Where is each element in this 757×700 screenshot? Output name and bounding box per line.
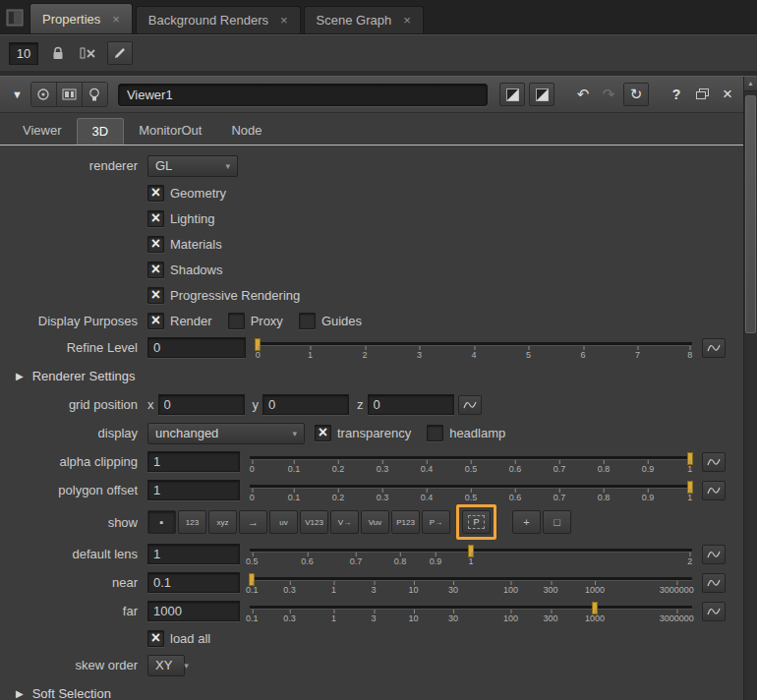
show-point-normals-button[interactable]: P→ xyxy=(422,510,450,534)
row-lighting: Lighting xyxy=(0,205,726,231)
animation-curve-button[interactable] xyxy=(702,481,726,500)
show-point-values-button[interactable]: P123 xyxy=(391,510,420,534)
grid-x-input[interactable] xyxy=(158,394,245,415)
polygon-offset-slider[interactable]: 00.10.20.30.40.50.60.70.80.91 xyxy=(250,479,692,502)
redo-button[interactable]: ↷ xyxy=(598,86,619,103)
far-input[interactable] xyxy=(147,601,240,621)
revert-icon: ↻ xyxy=(630,86,643,103)
transparency-checkbox[interactable] xyxy=(315,425,331,441)
slider-ticks: 0.50.60.70.80.912 xyxy=(250,553,692,566)
center-node-button[interactable] xyxy=(31,83,57,106)
render-checkbox[interactable] xyxy=(147,313,164,329)
renderer-settings-group[interactable]: ▶ Renderer Settings xyxy=(0,362,726,390)
load-all-checkbox[interactable] xyxy=(147,630,164,647)
progressive-rendering-checkbox[interactable] xyxy=(147,287,164,304)
show-transform-handles-button[interactable]: + xyxy=(512,510,541,534)
pane-layout-icon[interactable] xyxy=(3,6,27,29)
show-point-info-button[interactable]: P xyxy=(462,510,491,534)
animation-curve-button[interactable] xyxy=(702,602,726,621)
lightbulb-button[interactable] xyxy=(83,83,107,106)
show-uv-button[interactable]: uv xyxy=(269,510,298,534)
slider-tick: 1 xyxy=(331,585,336,595)
polygon-offset-input[interactable] xyxy=(147,480,240,500)
row-refine-level: Refine Level 012345678 xyxy=(0,333,726,362)
expand-arrow-icon[interactable]: ▶ xyxy=(16,371,24,381)
edit-pencil-button[interactable] xyxy=(107,41,133,65)
animation-curve-button[interactable] xyxy=(702,452,726,472)
refine-level-input[interactable] xyxy=(147,337,246,358)
geometry-checkbox[interactable] xyxy=(147,185,164,202)
skew-order-dropdown[interactable]: XY ▾ xyxy=(147,655,185,676)
show-vertex-uv-button[interactable]: Vuv xyxy=(361,510,389,534)
undo-button[interactable]: ↶ xyxy=(572,86,594,103)
refine-level-slider[interactable]: 012345678 xyxy=(256,336,692,360)
slider-tick: 3000000 xyxy=(660,613,694,623)
default-lens-input[interactable] xyxy=(147,544,240,564)
tab-3d[interactable]: 3D xyxy=(77,118,125,145)
guides-checkbox[interactable] xyxy=(299,313,316,329)
show-bbox-button[interactable]: □ xyxy=(543,510,571,534)
revert-button[interactable]: ↻ xyxy=(623,83,649,106)
expand-arrow-icon[interactable]: ▶ xyxy=(16,688,24,699)
show-vertices-button[interactable]: ▪ xyxy=(147,510,176,534)
grid-y-input[interactable] xyxy=(262,394,349,415)
split-toggle-button-1[interactable] xyxy=(499,83,525,106)
close-panel-button[interactable]: × xyxy=(718,85,737,104)
float-panel-button[interactable] xyxy=(690,84,714,105)
bulb-icon xyxy=(88,88,100,102)
alpha-clipping-slider[interactable]: 00.10.20.30.40.50.60.70.80.91 xyxy=(250,450,692,474)
default-lens-slider[interactable]: 0.50.60.70.80.912 xyxy=(250,543,692,566)
near-slider[interactable]: 0.10.313103010030010003000000 xyxy=(250,571,692,595)
animation-curve-button[interactable] xyxy=(702,545,726,564)
close-all-panels-icon[interactable] xyxy=(78,43,97,63)
curve-icon xyxy=(707,550,721,559)
tab-scene-graph[interactable]: Scene Graph × xyxy=(304,6,424,33)
renderer-dropdown[interactable]: GL ▾ xyxy=(147,155,238,177)
close-icon[interactable]: × xyxy=(112,13,120,26)
values-icon: 123 xyxy=(186,518,199,527)
proxy-checkbox[interactable] xyxy=(228,313,245,329)
slider-tick: 0.5 xyxy=(465,493,478,502)
animation-curve-button[interactable] xyxy=(702,338,726,358)
headlamp-checkbox[interactable] xyxy=(427,425,443,441)
slider-tick: 0.2 xyxy=(332,493,345,502)
tab-monitorout[interactable]: MonitorOut xyxy=(124,118,216,145)
node-name-input[interactable] xyxy=(118,84,488,106)
curve-icon xyxy=(463,400,477,410)
max-panels-input[interactable] xyxy=(9,42,38,65)
show-xyz-button[interactable]: xyz xyxy=(208,510,237,534)
split-toggle-button-2[interactable] xyxy=(529,83,554,106)
film-button[interactable] xyxy=(57,83,83,106)
soft-selection-group[interactable]: ▶ Soft Selection xyxy=(0,679,726,700)
materials-checkbox[interactable] xyxy=(147,236,164,253)
lock-icon[interactable] xyxy=(48,43,68,63)
tab-viewer[interactable]: Viewer xyxy=(8,118,77,145)
animation-curve-button[interactable] xyxy=(458,395,482,415)
display-dropdown[interactable]: unchanged ▾ xyxy=(147,423,305,444)
show-vertex-normals-button[interactable]: V→ xyxy=(330,510,359,534)
tab-background-renders[interactable]: Background Renders × xyxy=(136,6,301,33)
help-button[interactable]: ? xyxy=(667,87,686,102)
collapse-panel-arrow[interactable]: ▼ xyxy=(12,88,23,100)
slider-tick: 3000000 xyxy=(660,585,694,595)
near-input[interactable] xyxy=(147,572,240,593)
scroll-up-arrow[interactable]: ▲ xyxy=(744,77,757,91)
show-vertex-values-button[interactable]: V123 xyxy=(300,510,328,534)
close-icon[interactable]: × xyxy=(280,14,288,27)
default-lens-label: default lens xyxy=(0,547,138,561)
show-values-button[interactable]: 123 xyxy=(178,510,206,534)
far-slider[interactable]: 0.10.313103010030010003000000 xyxy=(250,600,692,623)
animation-curve-button[interactable] xyxy=(702,573,726,593)
lighting-checkbox[interactable] xyxy=(147,210,164,227)
alpha-clipping-input[interactable] xyxy=(147,451,240,472)
highlight-box: P xyxy=(456,504,496,540)
slider-tick: 0.3 xyxy=(283,613,296,623)
shadows-checkbox[interactable] xyxy=(147,262,164,278)
vertical-scrollbar[interactable]: ▲ xyxy=(743,77,757,700)
show-normals-button[interactable]: → xyxy=(239,510,267,534)
tab-node[interactable]: Node xyxy=(216,118,276,145)
close-icon[interactable]: × xyxy=(403,14,411,27)
scrollbar-thumb[interactable] xyxy=(745,95,756,333)
grid-z-input[interactable] xyxy=(368,394,454,415)
tab-properties[interactable]: Properties × xyxy=(29,3,133,33)
